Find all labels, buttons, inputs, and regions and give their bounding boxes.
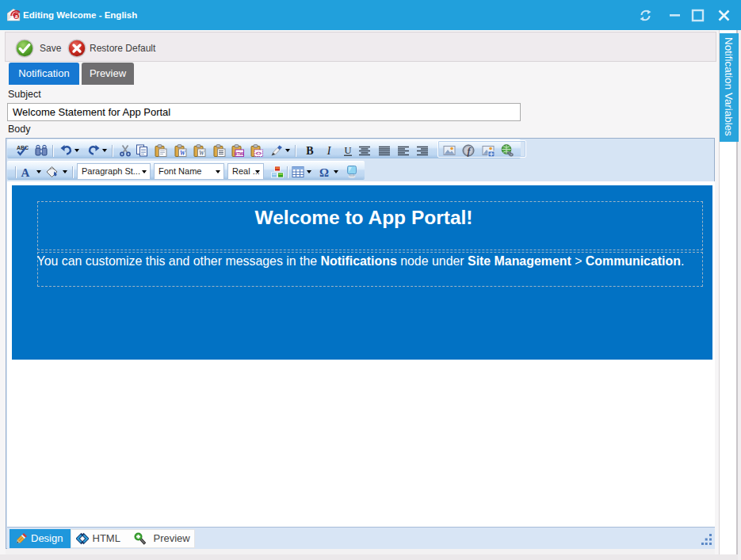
svg-text:<>: <>	[255, 150, 262, 156]
svg-text:ABC: ABC	[17, 145, 29, 150]
svg-text:I: I	[327, 145, 332, 157]
svg-text:A: A	[21, 166, 30, 179]
svg-text:a: a	[15, 13, 18, 20]
svg-text:Ω: Ω	[319, 166, 329, 179]
svg-text:W: W	[199, 150, 205, 157]
svg-text:U: U	[344, 145, 351, 156]
svg-text:HTML: HTML	[235, 152, 244, 156]
svg-text:W: W	[180, 150, 186, 157]
svg-text:B: B	[306, 145, 313, 157]
